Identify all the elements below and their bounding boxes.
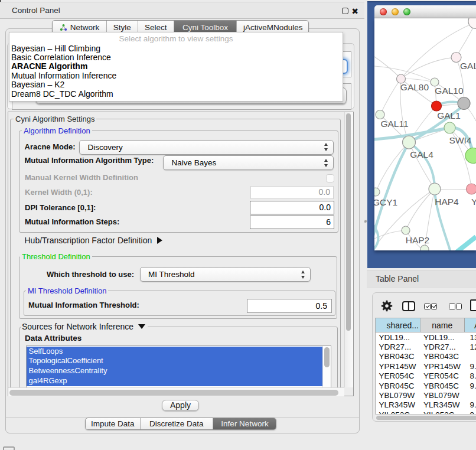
column-header-name[interactable]: name: [420, 318, 465, 332]
table-cell: 9.: [470, 362, 476, 371]
table-cell: 8.: [470, 371, 476, 381]
sources-section-header[interactable]: Sources for Network Inference: [21, 322, 148, 331]
network-node-y[interactable]: [467, 184, 476, 194]
deselect-all-icon[interactable]: [449, 304, 455, 310]
network-node-label: GCY1: [374, 197, 397, 207]
tab-impute-data[interactable]: Impute Data: [86, 418, 141, 429]
column-header-shared[interactable]: shared...: [376, 318, 420, 332]
kernel-width-field[interactable]: 0.0: [250, 186, 334, 199]
network-node-gal10[interactable]: [431, 78, 439, 86]
table-cell: YPR145W: [423, 362, 461, 371]
table-cell: YDL19...: [423, 333, 455, 343]
which-threshold-value: MI Threshold: [148, 268, 195, 281]
select-all-icon[interactable]: [424, 304, 431, 310]
table-row[interactable]: YER054CYER054C8.: [376, 371, 476, 381]
table-row[interactable]: YDR27...YDR27...12: [376, 343, 476, 352]
mi-threshold-field[interactable]: 0.5: [247, 299, 332, 313]
network-node-swi4[interactable]: [444, 122, 455, 133]
data-attributes-list[interactable]: SelfLoopsTopologicalCoefficientBetweenne…: [26, 345, 331, 387]
which-threshold-label: Which threshold to use:: [47, 270, 134, 279]
float-icon[interactable]: [342, 8, 348, 14]
control-panel-titlebar: Control Panel: [0, 2, 364, 19]
data-attributes-label: Data Attributes: [25, 334, 81, 343]
network-node-gal4[interactable]: [403, 136, 416, 149]
sources-title: Sources for Network Inference: [21, 322, 135, 331]
algorithm-option[interactable]: Mutual Information Inference: [10, 71, 341, 80]
network-node-gal1[interactable]: [432, 101, 442, 111]
network-node-label: GAL11: [380, 119, 408, 129]
column-header-a[interactable]: A: [465, 318, 476, 332]
updown-arrows-icon: [324, 142, 328, 152]
attribute-item[interactable]: TopologicalCoefficient: [27, 356, 322, 366]
network-node-hap4[interactable]: [429, 183, 441, 195]
table-hscrollbar-thumb[interactable]: [376, 416, 476, 420]
cropped-corner-button[interactable]: [3, 446, 15, 450]
hub-transcription-factor-section[interactable]: Hub/Transcription Factor Definition: [25, 236, 163, 244]
settings-hscrollbar-thumb[interactable]: [9, 390, 338, 396]
columns-icon[interactable]: [402, 301, 415, 311]
attribute-item[interactable]: SelfLoops: [27, 347, 322, 357]
network-edge: [406, 189, 435, 230]
attributes-vscrollbar[interactable]: [322, 346, 331, 387]
tab-infer-network[interactable]: Infer Network: [213, 418, 276, 429]
table-cell: YER054C: [423, 371, 459, 381]
algorithm-option[interactable]: Bayesian – K2: [10, 80, 341, 89]
network-icon: [60, 24, 67, 31]
close-icon[interactable]: ✖: [350, 5, 360, 17]
network-graph-layer: GAL2GAL80GAL10GAL1GAL11SWI4GAL4GCY1HAP4Y…: [374, 18, 476, 250]
network-icon-node: [60, 28, 63, 31]
mi-steps-field[interactable]: 6: [250, 216, 334, 229]
settings-hscrollbar[interactable]: [8, 387, 344, 396]
which-threshold-select[interactable]: MI Threshold: [140, 267, 311, 282]
algorithm-option[interactable]: Basic Correlation Inference: [10, 53, 341, 62]
network-node-gal11[interactable]: [376, 110, 384, 119]
settings-vscrollbar[interactable]: [344, 112, 353, 387]
settings-content: Cyni Algorithm Settings Algorithm Defini…: [8, 112, 344, 387]
table-cell: YPR145W: [379, 362, 416, 371]
zoom-traffic-icon[interactable]: [403, 8, 410, 15]
network-node-label: GAL4: [410, 149, 433, 159]
algorithm-option[interactable]: ARACNE Algorithm: [10, 62, 341, 71]
select-all-icon-2[interactable]: [431, 304, 438, 310]
split-divider-handle[interactable]: [364, 220, 367, 223]
network-node[interactable]: [465, 148, 476, 164]
table-row[interactable]: YLR345WYLR345W9.: [376, 400, 476, 410]
network-node-gcy1[interactable]: [374, 188, 380, 196]
tab-discretize-data[interactable]: Discretize Data: [141, 418, 214, 429]
deselect-all-icon-2[interactable]: [456, 304, 462, 310]
manual-kernel-width-checkbox[interactable]: [326, 174, 335, 183]
minimize-traffic-icon[interactable]: [392, 8, 399, 15]
node-table[interactable]: shared...nameAYDL19...YDL19...13YDR27...…: [375, 318, 476, 420]
network-node[interactable]: [468, 18, 476, 29]
network-node[interactable]: [458, 97, 470, 110]
expand-right-icon: [157, 237, 162, 244]
attribute-item[interactable]: gal4RGexp: [27, 376, 322, 386]
close-traffic-icon[interactable]: [380, 8, 387, 15]
tab-label: Style: [113, 23, 131, 32]
network-node-hap2[interactable]: [402, 226, 410, 234]
mi-algorithm-type-select[interactable]: Naive Bayes: [163, 155, 334, 170]
apply-button[interactable]: Apply: [162, 400, 199, 411]
network-node[interactable]: [420, 245, 429, 250]
algorithm-option[interactable]: Dream8 DC_TDC Algorithm: [10, 90, 341, 99]
table-cell: YLR345W: [379, 400, 416, 410]
gear-icon[interactable]: [381, 300, 393, 312]
table-row[interactable]: YBR043CYBR043C: [376, 352, 476, 361]
settings-vscrollbar-thumb[interactable]: [346, 113, 351, 331]
document-icon[interactable]: [470, 299, 476, 311]
attributes-vscrollbar-thumb[interactable]: [324, 347, 330, 367]
attribute-item[interactable]: BetweennessCentrality: [27, 366, 322, 376]
aracne-mode-select[interactable]: Discovery: [79, 140, 334, 155]
network-canvas[interactable]: GAL2GAL80GAL10GAL1GAL11SWI4GAL4GCY1HAP4Y…: [374, 18, 476, 250]
algorithm-dropdown-popup: Select algorithm to view settings Bayesi…: [9, 32, 343, 102]
table-cell: YDR27...: [423, 343, 456, 352]
table-row[interactable]: YBR045CYBR045C9.: [376, 381, 476, 391]
table-row[interactable]: YBL079WYBL079W: [376, 391, 476, 400]
tab-label: Impute Data: [91, 419, 135, 428]
table-row[interactable]: YDL19...YDL19...13: [376, 333, 476, 343]
algorithm-option[interactable]: Bayesian – Hill Climbing: [10, 44, 341, 53]
table-hscrollbar[interactable]: [375, 414, 476, 420]
table-row[interactable]: YPR145WYPR145W9.: [376, 362, 476, 371]
algorithm-dropdown-hint: Select algorithm to view settings: [9, 34, 343, 44]
dpi-tolerance-field[interactable]: 0.0: [250, 201, 334, 214]
